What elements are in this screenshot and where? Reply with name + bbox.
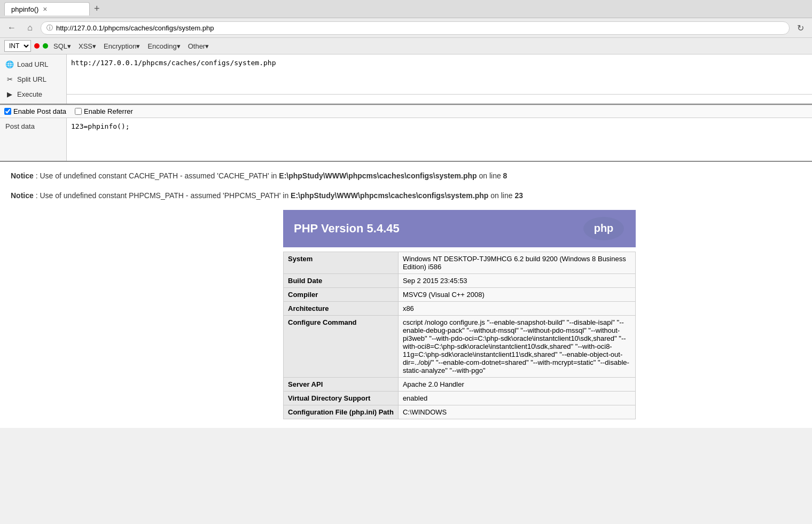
hackbar-main bbox=[67, 54, 812, 104]
table-row: CompilerMSVC9 (Visual C++ 2008) bbox=[284, 288, 636, 302]
encryption-menu-button[interactable]: Encryption▾ bbox=[102, 41, 142, 51]
notice-2: Notice : Use of undefined constant PHPCM… bbox=[11, 190, 801, 201]
table-key: Server API bbox=[284, 378, 399, 392]
int-select[interactable]: INT bbox=[4, 40, 31, 52]
table-value: cscript /nologo configure.js "--enable-s… bbox=[398, 316, 635, 378]
table-key: Configuration File (php.ini) Path bbox=[284, 405, 399, 419]
split-url-label: Split URL bbox=[17, 75, 46, 83]
table-value: C:\WINDOWS bbox=[398, 405, 635, 419]
table-key: Compiler bbox=[284, 288, 399, 302]
encoding-menu-button[interactable]: Encoding▾ bbox=[145, 41, 182, 51]
table-row: Architecturex86 bbox=[284, 302, 636, 316]
new-tab-button[interactable]: + bbox=[94, 3, 100, 14]
notice-2-filepath: E:\phpStudy\WWW\phpcms\caches\configs\sy… bbox=[291, 191, 488, 200]
table-row: Server APIApache 2.0 Handler bbox=[284, 378, 636, 392]
info-icon: ⓘ bbox=[46, 24, 53, 33]
load-url-label: Load URL bbox=[17, 60, 49, 68]
phpinfo-container: PHP Version 5.4.45 php SystemWindows NT … bbox=[283, 210, 801, 419]
table-key: Virtual Directory Support bbox=[284, 392, 399, 405]
table-row: SystemWindows NT DESKTOP-TJ9MHCG 6.2 bui… bbox=[284, 252, 636, 274]
home-button[interactable]: ⌂ bbox=[22, 20, 37, 35]
table-row: Virtual Directory Supportenabled bbox=[284, 392, 636, 405]
notice-1-text: : Use of undefined constant CACHE_PATH -… bbox=[36, 171, 279, 180]
php-version: PHP Version 5.4.45 bbox=[294, 222, 400, 236]
address-bar-wrap: ⓘ bbox=[41, 21, 790, 35]
enable-referrer-checkbox[interactable] bbox=[75, 108, 82, 115]
refresh-button[interactable]: ↻ bbox=[793, 20, 808, 35]
post-data-section: Post data bbox=[0, 118, 812, 162]
browser-title-bar: phpinfo() × + bbox=[0, 0, 812, 18]
sql-menu-button[interactable]: SQL▾ bbox=[51, 41, 73, 51]
execute-action[interactable]: ▶ Execute bbox=[0, 87, 66, 101]
table-row: Configure Commandcscript /nologo configu… bbox=[284, 316, 636, 378]
table-key: Architecture bbox=[284, 302, 399, 316]
notice-2-label: Notice bbox=[11, 191, 34, 200]
post-data-label: Post data bbox=[0, 118, 67, 161]
notice-2-line-text: on line bbox=[490, 191, 514, 200]
notice-1: Notice : Use of undefined constant CACHE… bbox=[11, 170, 801, 182]
notice-1-label: Notice bbox=[11, 171, 34, 180]
split-url-action[interactable]: ✂ Split URL bbox=[0, 72, 66, 87]
red-dot-icon bbox=[34, 43, 40, 49]
execute-icon: ▶ bbox=[5, 90, 14, 98]
svg-text:php: php bbox=[594, 222, 614, 234]
execute-label: Execute bbox=[17, 90, 42, 98]
table-key: Build Date bbox=[284, 274, 399, 288]
load-url-icon: 🌐 bbox=[5, 60, 14, 68]
tab-title: phpinfo() bbox=[11, 5, 38, 13]
notice-2-line-num: 23 bbox=[514, 191, 523, 200]
enable-post-checkbox[interactable] bbox=[4, 108, 11, 115]
other-menu-button[interactable]: Other▾ bbox=[186, 41, 212, 51]
enable-referrer-label[interactable]: Enable Referrer bbox=[75, 107, 133, 115]
php-logo: php bbox=[582, 215, 625, 242]
table-key: Configure Command bbox=[284, 316, 399, 378]
table-key: System bbox=[284, 252, 399, 274]
table-value: Windows NT DESKTOP-TJ9MHCG 6.2 build 920… bbox=[398, 252, 635, 274]
hackbar-body: 🌐 Load URL ✂ Split URL ▶ Execute bbox=[0, 54, 812, 105]
table-value: Apache 2.0 Handler bbox=[398, 378, 635, 392]
back-button[interactable]: ← bbox=[4, 20, 19, 35]
table-value: MSVC9 (Visual C++ 2008) bbox=[398, 288, 635, 302]
notice-1-line-text: on line bbox=[479, 171, 503, 180]
enable-post-label[interactable]: Enable Post data bbox=[4, 107, 66, 115]
browser-tab[interactable]: phpinfo() × bbox=[4, 2, 90, 15]
hackbar-sidebar: 🌐 Load URL ✂ Split URL ▶ Execute bbox=[0, 54, 67, 104]
php-header: PHP Version 5.4.45 php bbox=[283, 210, 636, 247]
split-url-icon: ✂ bbox=[5, 75, 14, 83]
page-content: Notice : Use of undefined constant CACHE… bbox=[0, 162, 812, 428]
table-row: Build DateSep 2 2015 23:45:53 bbox=[284, 274, 636, 288]
table-row: Configuration File (php.ini) PathC:\WIND… bbox=[284, 405, 636, 419]
hackbar-toolbar: INT SQL▾ XSS▾ Encryption▾ Encoding▾ Othe… bbox=[0, 38, 812, 54]
notice-2-text: : Use of undefined constant PHPCMS_PATH … bbox=[36, 191, 291, 200]
address-input[interactable] bbox=[56, 24, 784, 32]
post-options-bar: Enable Post data Enable Referrer bbox=[0, 105, 812, 118]
url-input[interactable] bbox=[67, 54, 812, 95]
green-dot-icon bbox=[43, 43, 48, 49]
browser-nav-bar: ← ⌂ ⓘ ↻ bbox=[0, 18, 812, 38]
table-value: enabled bbox=[398, 392, 635, 405]
notice-1-line-num: 8 bbox=[503, 171, 508, 180]
xss-menu-button[interactable]: XSS▾ bbox=[76, 41, 98, 51]
table-value: x86 bbox=[398, 302, 635, 316]
phpinfo-table: SystemWindows NT DESKTOP-TJ9MHCG 6.2 bui… bbox=[283, 252, 636, 419]
tab-close-button[interactable]: × bbox=[43, 5, 47, 13]
table-value: Sep 2 2015 23:45:53 bbox=[398, 274, 635, 288]
load-url-action[interactable]: 🌐 Load URL bbox=[0, 57, 66, 72]
notice-1-filepath: E:\phpStudy\WWW\phpcms\caches\configs\sy… bbox=[279, 171, 477, 180]
post-data-input[interactable] bbox=[67, 118, 812, 161]
